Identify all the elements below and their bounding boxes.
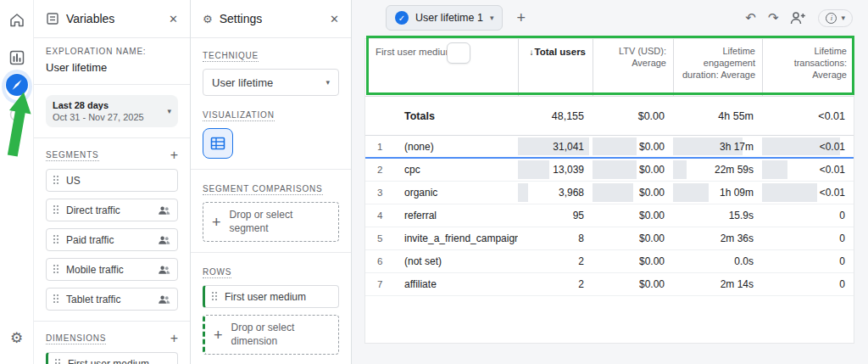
segment-chip[interactable]: US xyxy=(46,169,178,192)
technique-select[interactable]: User lifetime ▾ xyxy=(203,69,339,96)
column-header-duration[interactable]: Lifetime engagement duration: Average xyxy=(673,39,762,96)
segment-chip[interactable]: Tablet traffic xyxy=(46,288,178,311)
cell-duration[interactable]: 3h 17m xyxy=(673,136,762,157)
cell-transactions[interactable]: <0.01 xyxy=(762,136,854,157)
reports-icon[interactable] xyxy=(8,49,25,70)
cell-total-users[interactable]: 31,041 xyxy=(518,136,593,157)
column-header-transactions[interactable]: Lifetime transactions: Average xyxy=(762,39,854,96)
close-settings-icon[interactable]: ✕ xyxy=(330,13,339,25)
heatmap-shade xyxy=(593,183,633,202)
table-row: 7 affiliate 2 $0.00 2m 14s 0 xyxy=(365,273,854,296)
exploration-name-value[interactable]: User lifetime xyxy=(46,61,178,74)
column-header-total-users[interactable]: ↓Total users xyxy=(518,39,593,96)
cell-ltv[interactable]: $0.00 xyxy=(593,182,673,204)
technique-label: TECHNIQUE xyxy=(203,51,259,62)
cell-total-users[interactable]: 13,039 xyxy=(518,159,593,181)
segments-list: US Direct traffic Paid traffic Mobile tr… xyxy=(46,169,178,311)
row-number: 6 xyxy=(365,256,394,266)
cell-total-users[interactable]: 2 xyxy=(518,273,593,295)
dimension-chip[interactable]: First user medium xyxy=(46,352,178,364)
cell-ltv[interactable]: $0.00 xyxy=(593,159,673,181)
heatmap-shade xyxy=(762,160,787,179)
variables-panel: Variables ✕ EXPLORATION NAME: User lifet… xyxy=(34,0,191,364)
drag-handle-icon[interactable] xyxy=(53,294,59,304)
cell-transactions[interactable]: 0 xyxy=(762,227,854,249)
table-header-row: First user medium ↓Total users LTV (USD)… xyxy=(365,39,854,97)
drag-handle-icon[interactable] xyxy=(53,235,59,244)
date-range-selector[interactable]: Last 28 days Oct 31 - Nov 27, 2025 ▾ xyxy=(46,95,178,127)
column-header-ltv[interactable]: LTV (USD): Average xyxy=(593,39,673,96)
cell-ltv[interactable]: $0.00 xyxy=(593,273,673,295)
row-dimension[interactable]: affiliate xyxy=(394,278,518,290)
dimension-chip-label: First user medium xyxy=(68,358,149,364)
row-number: 2 xyxy=(365,165,394,175)
column-header-dimension[interactable]: First user medium xyxy=(365,39,518,96)
segments-label: SEGMENTS xyxy=(46,150,99,161)
explore-icon[interactable] xyxy=(5,73,29,100)
segment-drop-zone[interactable]: + Drop or select segment xyxy=(203,202,339,242)
variables-icon xyxy=(46,12,59,25)
rows-dimension-chip[interactable]: First user medium xyxy=(203,285,339,308)
rows-label: ROWS xyxy=(203,267,231,278)
row-dimension[interactable]: invite_a_friend_campaign xyxy=(394,232,518,244)
drag-handle-icon[interactable] xyxy=(53,176,59,185)
technique-value: User lifetime xyxy=(212,76,273,89)
advertising-icon[interactable] xyxy=(9,107,25,126)
cell-total-users[interactable]: 2 xyxy=(518,250,593,272)
segment-chip[interactable]: Mobile traffic xyxy=(46,258,178,281)
cell-duration[interactable]: 0.0s xyxy=(673,250,762,272)
segment-chip[interactable]: Paid traffic xyxy=(46,228,178,251)
cell-ltv[interactable]: $0.00 xyxy=(593,204,673,227)
totals-row: Totals 48,155 $0.00 4h 55m <0.01 xyxy=(365,97,854,136)
drag-handle-icon[interactable] xyxy=(55,359,61,364)
add-tab-button[interactable]: + xyxy=(513,9,529,27)
cell-transactions[interactable]: <0.01 xyxy=(762,159,854,181)
admin-gear-icon[interactable]: ⚙ xyxy=(10,331,23,345)
share-users-icon[interactable] xyxy=(790,11,806,25)
cell-total-users[interactable]: 8 xyxy=(518,227,593,249)
cell-ltv[interactable]: $0.00 xyxy=(593,136,673,157)
segment-chip[interactable]: Direct traffic xyxy=(46,199,178,221)
cell-duration[interactable]: 22m 59s xyxy=(673,159,762,181)
info-menu-button[interactable]: i ▾ xyxy=(818,9,853,27)
drag-handle-icon[interactable] xyxy=(53,265,59,274)
cell-transactions[interactable]: <0.01 xyxy=(762,182,854,204)
people-icon xyxy=(158,205,170,216)
cell-ltv[interactable]: $0.00 xyxy=(593,250,673,272)
row-dimension[interactable]: referral xyxy=(394,210,518,221)
row-dimension[interactable]: organic xyxy=(394,187,518,199)
table-visualization-button[interactable] xyxy=(203,128,233,159)
totals-ltv: $0.00 xyxy=(593,110,673,122)
cell-duration[interactable]: 2m 36s xyxy=(673,227,762,249)
segment-label: Mobile traffic xyxy=(66,264,124,276)
undo-icon[interactable]: ↶ xyxy=(745,10,756,25)
home-icon[interactable] xyxy=(8,12,25,32)
add-dimension-button[interactable]: + xyxy=(170,332,178,345)
row-dimension[interactable]: (not set) xyxy=(394,255,518,267)
cell-transactions[interactable]: 0 xyxy=(762,204,854,227)
tab-user-lifetime-1[interactable]: ✓ User lifetime 1 ▾ xyxy=(386,5,503,31)
cell-transactions[interactable]: 0 xyxy=(762,250,854,272)
dimension-drop-zone[interactable]: + Drop or select dimension xyxy=(203,315,339,355)
redo-icon[interactable]: ↷ xyxy=(768,10,779,25)
row-dimension[interactable]: cpc xyxy=(394,164,518,176)
heatmap-shade xyxy=(673,160,687,179)
rows-dimension-label: First user medium xyxy=(225,291,306,303)
drag-handle-icon[interactable] xyxy=(212,292,218,301)
cell-ltv[interactable]: $0.00 xyxy=(593,227,673,249)
cell-total-users[interactable]: 3,968 xyxy=(518,182,593,204)
drag-handle-icon[interactable] xyxy=(53,205,59,215)
cell-duration[interactable]: 1h 09m xyxy=(673,182,762,204)
info-icon: i xyxy=(826,13,837,24)
cell-duration[interactable]: 15.9s xyxy=(673,204,762,227)
close-variables-icon[interactable]: ✕ xyxy=(169,13,178,25)
people-icon xyxy=(158,294,170,305)
cell-transactions[interactable]: 0 xyxy=(762,273,854,295)
add-segment-button[interactable]: + xyxy=(170,148,178,162)
totals-label: Totals xyxy=(365,110,518,122)
cell-total-users[interactable]: 95 xyxy=(518,204,593,227)
variables-title: Variables xyxy=(66,12,114,25)
cell-duration[interactable]: 2m 14s xyxy=(673,273,762,295)
totals-transactions: <0.01 xyxy=(762,110,854,122)
row-dimension[interactable]: (none) xyxy=(394,141,518,153)
